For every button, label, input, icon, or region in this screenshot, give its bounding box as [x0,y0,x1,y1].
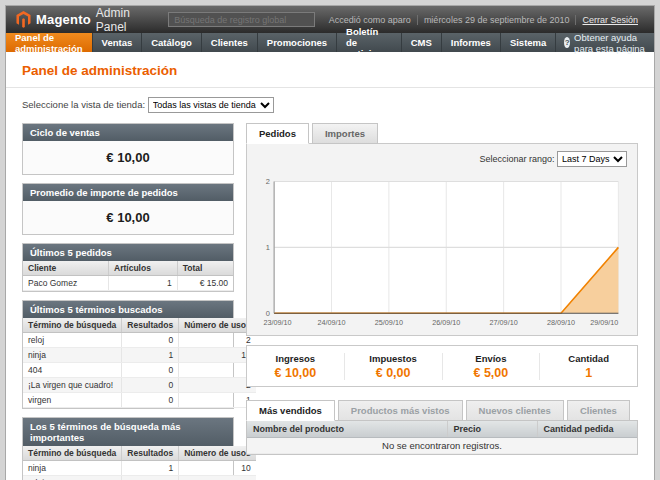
cell: virgen [23,393,122,408]
products-table: Nombre del producto Precio Cantidad pedi… [247,421,637,454]
tab-productos-mas-vistos[interactable]: Productos más vistos [338,400,463,421]
tab-mas-vendidos[interactable]: Más vendidos [246,400,335,421]
tab-clientes[interactable]: Clientes [567,400,630,421]
column-header: Precio [447,421,537,438]
table-row[interactable]: virgen 0 1 [23,393,256,408]
magento-logo-icon [16,11,31,28]
stat-label: Impuestos [345,353,442,364]
table-row[interactable]: reloj 0 2 [23,476,256,480]
column-header: Nombre del producto [247,421,447,438]
svg-text:25/09/10: 25/09/10 [375,318,403,327]
top-search-terms-table: Término de búsqueda Resultados Número de… [23,446,256,480]
dashboard: Ciclo de ventas € 10,00 Promedio de impo… [6,121,654,480]
logo-subtext: Admin Panel [96,6,160,34]
table-row[interactable]: ninja 1 10 [23,461,256,476]
cell: Paco Gomez [23,276,109,291]
table-row[interactable]: ninja 1 10 [23,348,256,363]
nav-item-boletin[interactable]: Boletín de noticias [337,33,402,52]
cell: 2 [179,378,256,393]
svg-text:28/09/10: 28/09/10 [547,318,575,327]
nav-item-informes[interactable]: Informes [442,33,501,52]
dashboard-left-column: Ciclo de ventas € 10,00 Promedio de impo… [22,123,234,480]
column-header: Término de búsqueda [23,318,122,333]
cell: 2 [179,476,256,480]
totals-bar: Ingresos € 10,00 Impuestos € 0,00 Envíos… [246,345,638,387]
column-header: Término de búsqueda [23,446,122,461]
orders-chart-panel: Seleccionar rango: Last 7 Days 01223/09/… [246,143,638,336]
svg-text:27/09/10: 27/09/10 [490,318,518,327]
column-header: Total [177,261,233,276]
column-header: Resultados [122,318,179,333]
cell: 1 [109,276,178,291]
last-orders-table: Cliente Artículos Total Paco Gomez 1 € 1… [23,261,233,291]
stat-label: Cantidad [540,353,637,364]
nav-item-promociones[interactable]: Promociones [258,33,337,52]
svg-text:26/09/10: 26/09/10 [432,318,460,327]
bestsellers-panel: Nombre del producto Precio Cantidad pedi… [246,420,638,455]
stat-value: € 0,00 [345,366,442,380]
logo-text: Magento [36,12,91,27]
logout-link[interactable]: Cerrar Sesión [575,15,644,25]
page-title: Panel de administración [6,52,654,88]
svg-text:29/09/10: 29/09/10 [590,318,618,327]
current-date: miércoles 29 de septiembre de 2010 [417,15,576,25]
stat-impuestos: Impuestos € 0,00 [344,353,442,380]
header: Magento Admin Panel Accedió como aparo m… [6,6,654,33]
diagram-tabs: Pedidos Importes [246,123,638,144]
lifetime-sales-value: € 10,00 [23,141,233,174]
cell: 0 [122,393,179,408]
nav-item-cms[interactable]: CMS [402,33,442,52]
cell: ¡La virgen que cuadro! [23,378,122,393]
nav-item-clientes[interactable]: Clientes [202,33,258,52]
header-user-info: Accedió como aparo miércoles 29 de septi… [323,15,644,25]
svg-text:0: 0 [266,309,270,318]
last-search-terms-panel: Últimos 5 términos buscados Término de b… [22,300,234,409]
svg-text:2: 2 [266,177,270,186]
stat-label: Envíos [443,353,540,364]
svg-text:23/09/10: 23/09/10 [264,318,292,327]
table-row[interactable]: ¡La virgen que cuadro! 0 2 [23,378,256,393]
store-view-select[interactable]: Todas las vistas de tienda [148,97,274,113]
panel-title: Ciclo de ventas [23,124,233,141]
cell: 1 [179,363,256,378]
nav-item-panel-administracion[interactable]: Panel de administración [6,33,93,52]
cell: ninja [23,348,122,363]
cell: reloj [23,476,122,480]
column-header: Resultados [122,446,179,461]
tab-importes[interactable]: Importes [312,123,378,144]
tab-pedidos[interactable]: Pedidos [246,123,309,144]
logged-in-as: Accedió como aparo [323,15,417,25]
stat-cantidad: Cantidad 1 [539,353,637,380]
nav-item-ventas[interactable]: Ventas [93,33,143,52]
range-select[interactable]: Last 7 Days [557,151,627,167]
cell: ninja [23,461,122,476]
cell: 1 [179,393,256,408]
global-search-input[interactable] [168,12,315,27]
cell: € 15.00 [177,276,233,291]
cell: 404 [23,363,122,378]
table-row[interactable]: reloj 0 2 [23,333,256,348]
nav-item-catalogo[interactable]: Catálogo [142,33,202,52]
top-search-terms-panel: Los 5 términos de búsqueda más important… [22,417,234,480]
tab-nuevos-clientes[interactable]: Nuevos clientes [466,400,564,421]
panel-title: Los 5 términos de búsqueda más important… [23,418,233,446]
table-header-row: Término de búsqueda Resultados Número de… [23,318,256,333]
panel-title: Últimos 5 términos buscados [23,301,233,318]
last-orders-panel: Últimos 5 pedidos Cliente Artículos Tota… [22,243,234,292]
range-label: Seleccionar rango: [479,154,554,164]
panel-title: Promedio de importe de pedidos [23,184,233,201]
empty-row: No se encontraron registros. [247,438,637,454]
cell: 10 [179,348,256,363]
column-header: Número de usos [179,446,256,461]
nav-item-sistema[interactable]: Sistema [501,33,556,52]
grid-tabs: Más vendidos Productos más vistos Nuevos… [246,400,638,421]
store-switcher: Seleccione la vista de tienda: Todas las… [6,88,654,121]
help-link[interactable]: ? Obtener ayuda para esta página [556,33,654,52]
column-header: Cliente [23,261,109,276]
table-header-row: Cliente Artículos Total [23,261,233,276]
table-row[interactable]: 404 0 1 [23,363,256,378]
average-orders-value: € 10,00 [23,201,233,234]
svg-text:1: 1 [266,243,270,252]
table-row[interactable]: Paco Gomez 1 € 15.00 [23,276,233,291]
column-header: Cantidad pedida [537,421,637,438]
